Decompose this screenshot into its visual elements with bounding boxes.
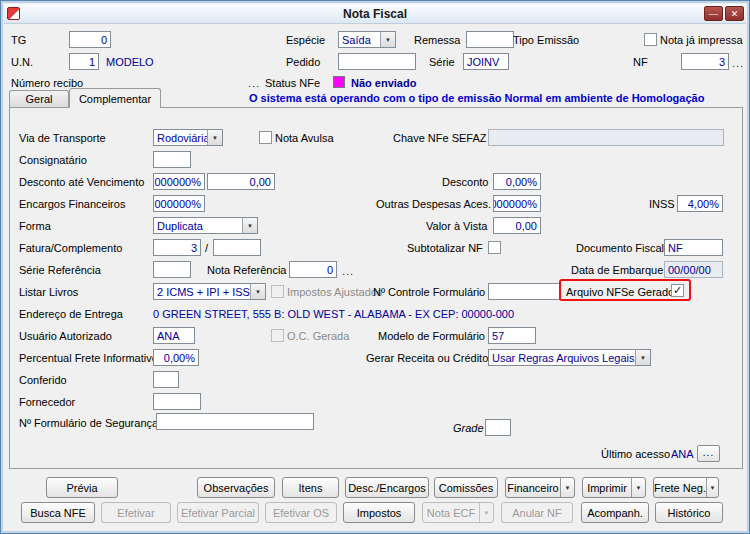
desconto-vencimento-valor-field[interactable]: 0,00 xyxy=(207,173,275,190)
fornecedor-field[interactable] xyxy=(153,393,201,410)
efetivar-parcial-button: Efetivar Parcial xyxy=(177,502,259,523)
minimize-button[interactable]: — xyxy=(704,6,723,21)
impostos-button[interactable]: Impostos xyxy=(343,502,415,523)
chevron-down-icon[interactable]: ▼ xyxy=(250,284,265,299)
listar-livros-label: Listar Livros xyxy=(19,286,78,298)
forma-select[interactable]: Duplicata ▼ xyxy=(153,217,258,234)
remessa-label: Remessa xyxy=(414,34,460,46)
data-embarque-field[interactable]: 00/00/00 xyxy=(664,261,723,278)
nota-avulsa-checkbox[interactable] xyxy=(259,131,272,144)
chevron-down-icon[interactable]: ▼ xyxy=(560,478,574,497)
grade-field[interactable] xyxy=(485,419,511,436)
nota-ecf-button: Nota ECF ▼ xyxy=(422,502,494,523)
endereco-entrega-label: Endereço de Entrega xyxy=(19,308,123,320)
highlight-annotation xyxy=(559,279,691,301)
previa-button[interactable]: Prévia xyxy=(46,477,118,498)
serie-referencia-field[interactable] xyxy=(153,261,191,278)
desconto-field[interactable]: 0,00% xyxy=(493,173,541,190)
pedido-label: Pedido xyxy=(286,56,320,68)
endereco-entrega-value: 0 GREEN STREET, 555 B: OLD WEST - ALABAM… xyxy=(153,308,514,320)
nota-impressa-label: Nota já impressa xyxy=(660,34,743,46)
financeiro-button[interactable]: Financeiro ▼ xyxy=(505,477,575,498)
gerar-receita-value: Usar Regras Arquivos Legais xyxy=(492,352,634,364)
chevron-down-icon: ▼ xyxy=(479,503,493,522)
desc-encargos-button[interactable]: Desc./Encargos xyxy=(345,477,429,498)
outras-despesas-field[interactable]: 000000% xyxy=(493,195,541,212)
fatura-separator: / xyxy=(205,242,208,254)
modelo-formulario-field[interactable]: 57 xyxy=(488,327,536,344)
forma-label: Forma xyxy=(19,220,51,232)
itens-button[interactable]: Itens xyxy=(282,477,339,498)
nota-impressa-checkbox[interactable] xyxy=(644,33,657,46)
un-descricao: MODELO xyxy=(106,56,154,68)
valor-vista-field[interactable]: 0,00 xyxy=(493,217,541,234)
desconto-vencimento-pct-field[interactable]: 000000% xyxy=(153,173,205,190)
acompanh-button[interactable]: Acompanh. xyxy=(581,502,649,523)
ultimo-acesso-more-button[interactable]: ... xyxy=(697,445,720,462)
desconto-vencimento-label: Desconto até Vencimento xyxy=(19,176,144,188)
forma-value: Duplicata xyxy=(157,220,203,232)
tab-complementar[interactable]: Complementar xyxy=(69,88,161,108)
controle-formulario-label: Nº Controle Formulário xyxy=(373,286,485,298)
subtotalizar-checkbox[interactable] xyxy=(488,241,501,254)
nota-avulsa-label: Nota Avulsa xyxy=(275,132,334,144)
inss-field[interactable]: 4,00% xyxy=(677,195,723,212)
chevron-down-icon[interactable]: ▼ xyxy=(207,130,222,145)
via-transporte-select[interactable]: Rodoviária ▼ xyxy=(153,129,223,146)
listar-livros-value: 2 ICMS + IPI + ISS xyxy=(157,286,250,298)
tg-label: TG xyxy=(11,34,26,46)
close-button[interactable]: ✕ xyxy=(725,6,744,21)
pedido-field[interactable] xyxy=(338,53,416,70)
gerar-receita-select[interactable]: Usar Regras Arquivos Legais ▼ xyxy=(488,349,651,366)
gerar-receita-label: Gerar Receita ou Crédito xyxy=(366,352,488,364)
chevron-down-icon[interactable]: ▼ xyxy=(635,350,650,365)
un-field[interactable]: 1 xyxy=(69,53,99,70)
modelo-formulario-label: Modelo de Formulário xyxy=(378,330,485,342)
via-transporte-value: Rodoviária xyxy=(157,132,210,144)
tipo-emissao-label: Tipo Emissão xyxy=(513,34,579,46)
chevron-down-icon[interactable]: ▼ xyxy=(380,32,395,47)
remessa-field[interactable] xyxy=(466,31,514,48)
serie-label: Série xyxy=(429,56,455,68)
fatura-field[interactable]: 3 xyxy=(153,239,201,256)
documento-fiscal-field[interactable]: NF xyxy=(664,239,723,256)
fatura-complemento-label: Fatura/Complemento xyxy=(19,242,122,254)
chave-nfe-label: Chave NFe SEFAZ xyxy=(393,132,487,144)
complemento-field[interactable] xyxy=(213,239,261,256)
efetivar-os-button: Efetivar OS xyxy=(265,502,337,523)
formulario-seguranca-field[interactable] xyxy=(156,413,314,430)
listar-livros-select[interactable]: 2 ICMS + IPI + ISS ▼ xyxy=(153,283,266,300)
impostos-ajustados-label: Impostos Ajustados xyxy=(287,286,382,298)
consignatario-field[interactable] xyxy=(153,151,191,168)
chevron-down-icon[interactable]: ▼ xyxy=(631,478,645,497)
serie-field[interactable]: JOINV xyxy=(463,53,509,70)
tg-field[interactable]: 0 xyxy=(69,31,111,48)
historico-button[interactable]: Histórico xyxy=(655,502,723,523)
encargos-field[interactable]: 000000% xyxy=(153,195,205,212)
imprimir-button[interactable]: Imprimir ▼ xyxy=(582,477,646,498)
especie-select[interactable]: Saída ▼ xyxy=(338,31,396,48)
usuario-autorizado-label: Usuário Autorizado xyxy=(19,330,112,342)
nf-field[interactable]: 3 xyxy=(681,53,729,70)
chevron-down-icon[interactable]: ▼ xyxy=(242,218,257,233)
chevron-down-icon[interactable]: ▼ xyxy=(706,478,718,497)
busca-nfe-button[interactable]: Busca NFE xyxy=(21,502,95,523)
observacoes-button[interactable]: Observações xyxy=(197,477,275,498)
un-label: U.N. xyxy=(11,56,33,68)
controle-formulario-field[interactable] xyxy=(488,283,560,300)
status-nfe-label: Status NFe xyxy=(265,77,320,89)
frete-neg-button[interactable]: Frete Neg. ▼ xyxy=(653,477,719,498)
comissoes-button[interactable]: Comissões xyxy=(434,477,498,498)
nf-more-button[interactable]: ... xyxy=(732,57,744,69)
nota-referencia-label: Nota Referência xyxy=(207,264,287,276)
numero-recibo-more-button[interactable]: ... xyxy=(248,77,260,89)
conferido-field[interactable] xyxy=(153,371,179,388)
titlebar[interactable]: Nota Fiscal — ✕ xyxy=(4,4,746,24)
tab-geral[interactable]: Geral xyxy=(9,90,69,107)
usuario-autorizado-field[interactable]: ANA xyxy=(153,327,195,344)
outras-despesas-label: Outras Despesas Aces. xyxy=(376,198,491,210)
impostos-ajustados-checkbox xyxy=(271,285,284,298)
nota-referencia-field[interactable]: 0 xyxy=(289,261,337,278)
nota-referencia-more-button[interactable]: ... xyxy=(342,265,354,277)
percentual-frete-field[interactable]: 0,00% xyxy=(153,349,199,366)
